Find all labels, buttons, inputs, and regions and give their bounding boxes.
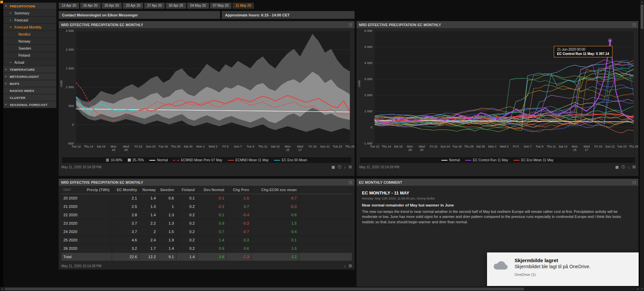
sidebar-item-meteorologist[interactable]: ▸METEOROLOGIST — [3, 73, 56, 80]
chart-icon[interactable]: ▦ — [615, 165, 619, 169]
vertical-scrollbar[interactable]: ▴ ▾ — [640, 0, 644, 291]
table-row-22-2020: 22 20202.81.41.30.20.1-0.40.6 — [61, 211, 352, 219]
notification-app: OneDrive (1) — [515, 273, 590, 277]
legend-item-10-90: 10-90% — [106, 158, 122, 162]
sidebar-item-maps[interactable]: ▸MAPS — [3, 80, 56, 87]
app-logo[interactable] — [0, 1, 3, 3]
svg-text:20: 20 — [420, 148, 423, 152]
svg-text:Sun 21: Sun 21 — [605, 145, 615, 148]
legend-item-25-75: 25-75% — [128, 158, 144, 162]
svg-text:Tue 12: Tue 12 — [370, 145, 379, 148]
sidebar-item-sweden[interactable]: Sweden — [3, 45, 56, 52]
cell-chg-prev: -1.5 — [226, 194, 251, 202]
sidebar-item-precipitation[interactable]: ▾PRECIPITATION — [3, 3, 56, 10]
cell-dev-normal: 1.4 — [197, 236, 226, 244]
date-tab-11-may-20[interactable]: 11 May 20 — [232, 3, 254, 9]
excel-icon[interactable]: ☒ — [348, 264, 352, 268]
excel-icon[interactable]: ☒ — [348, 165, 352, 169]
chart-icon[interactable]: ▦ — [331, 165, 335, 169]
column-header-chg-ec00-ens-mean[interactable]: Chg EC00 ens mean — [251, 186, 299, 194]
cell-chg-ec00-ens-mean: 0.1 — [251, 236, 299, 244]
legend-swatch — [441, 160, 447, 161]
svg-text:Thu 28: Thu 28 — [171, 145, 180, 148]
legend-item-ecmnd-mean-11-may: ECMND Mean 11 May — [228, 158, 269, 162]
date-tab-bar: 13 Apr 2016 Apr 2020 Apr 2023 Apr 2027 A… — [59, 3, 254, 9]
column-header-sweden[interactable]: Sweden — [158, 186, 176, 194]
precip-table: CESTPrecip (TWh)EC MonthlyNorwaySwedenFi… — [61, 186, 352, 261]
horizontal-scrollbar[interactable]: ◂ ▸ — [0, 287, 640, 291]
sidebar-item-nao-ao-index[interactable]: NAO/AO INDEX — [3, 87, 56, 94]
cell-chg-ec00-ens-mean: 1.5 — [251, 219, 299, 228]
onedrive-notification[interactable]: Skjermbilde lagret Skjermbildet ble lagt… — [487, 252, 639, 286]
fan-chart[interactable]: 2 5002 0001 5001 0005000-500Tue 12Thu 14… — [59, 28, 355, 157]
column-header-finland[interactable]: Finland — [176, 186, 197, 194]
sidebar-item-actual[interactable]: ▸Actual — [3, 59, 56, 66]
date-tab-30-apr-20[interactable]: 30 Apr 20 — [166, 3, 186, 9]
caret-right-icon: ▸ — [10, 12, 14, 14]
svg-text:Thu 25: Thu 25 — [345, 145, 355, 148]
onedrive-cloud-icon — [493, 260, 509, 272]
date-tab-23-apr-20[interactable]: 23 Apr 20 — [123, 3, 143, 9]
svg-text:Thu 11: Thu 11 — [258, 145, 267, 148]
date-tab-27-apr-20[interactable]: 27 Apr 20 — [144, 3, 165, 9]
download-icon[interactable]: ↓ — [344, 165, 346, 169]
panel-header: NRD EFFECTIVE PRECIPITATION EC MONTHLY ◳ — [59, 21, 355, 28]
date-tab-07-may-20[interactable]: 07 May 20 — [210, 3, 232, 9]
scroll-down-icon[interactable]: ▾ — [640, 287, 644, 291]
sidebar-item-nordics[interactable]: Nordics — [3, 31, 56, 38]
legend-swatch — [128, 159, 131, 162]
sidebar-item-forecast[interactable]: ▸Forecast — [3, 17, 56, 24]
info-icon[interactable]: ⓘ — [622, 165, 625, 169]
column-header-filler — [299, 186, 352, 194]
sidebar-item-seasonal-forecast[interactable]: ▸SEASONAL FORECAST — [3, 101, 56, 108]
date-tab-20-apr-20[interactable]: 20 Apr 20 — [102, 3, 122, 9]
column-header-ec-monthly[interactable]: EC Monthly — [112, 186, 139, 194]
sidebar-item-label: MAPS — [10, 82, 19, 85]
ensemble-chart[interactable]: 6 0005 0004 0003 0002 0001 0000-1 000Tue… — [357, 28, 638, 157]
svg-text:Fri 22: Fri 22 — [430, 145, 437, 148]
download-icon[interactable]: ↓ — [628, 165, 630, 169]
cell-filler — [299, 236, 352, 244]
horizontal-scroll-thumb[interactable] — [5, 288, 524, 290]
popout-icon[interactable]: ◳ — [633, 22, 636, 27]
info-icon[interactable]: ⓘ — [338, 165, 341, 169]
cell-sweden: 1.3 — [158, 211, 176, 219]
scroll-left-icon[interactable]: ◂ — [0, 287, 4, 291]
column-header-norway[interactable]: Norway — [139, 186, 158, 194]
download-icon[interactable]: ↓ — [344, 264, 346, 268]
hours-banner-text: Approximate hours: 6:15 - 14:00 CET — [225, 13, 290, 17]
scroll-right-icon[interactable]: ▸ — [636, 287, 640, 291]
cell-norway: 1.4 — [139, 194, 158, 202]
scroll-up-icon[interactable]: ▴ — [640, 0, 644, 4]
legend-item-normal: Normal — [441, 158, 460, 162]
date-tab-13-apr-20[interactable]: 13 Apr 20 — [59, 3, 79, 9]
precip-table-wrap: CESTPrecip (TWh)EC MonthlyNorwaySwedenFi… — [59, 186, 355, 261]
column-header-chg-prev[interactable]: Chg Prev — [226, 186, 251, 194]
popout-icon[interactable]: ◳ — [633, 180, 636, 184]
notification-body: Skjermbildet ble lagt til på OneDrive. — [515, 264, 590, 269]
svg-text:1 000: 1 000 — [364, 109, 372, 113]
fan-chart-canvas[interactable]: 2 5002 0001 5001 0005000-500Tue 12Thu 14… — [59, 28, 355, 157]
cell-finland: 0.2 — [176, 202, 197, 211]
column-header-dev-normal[interactable]: Dev Normal — [197, 186, 226, 194]
svg-text:18: 18 — [408, 148, 412, 152]
popout-icon[interactable]: ◳ — [349, 22, 352, 27]
date-tab-04-may-20[interactable]: 04 May 20 — [187, 3, 209, 9]
cell-sweden: 1.5 — [158, 228, 176, 236]
sidebar-item-finland[interactable]: Finland — [3, 52, 56, 59]
sidebar-item-cluster[interactable]: CLUSTER — [3, 94, 56, 101]
sidebar-item-summary[interactable]: ▸Summary — [3, 10, 56, 17]
legend-label: EC Ens Mean 11 May — [521, 158, 554, 162]
sidebar-item-norway[interactable]: Norway — [3, 38, 56, 45]
excel-icon[interactable]: ☒ — [632, 165, 636, 169]
legend-label: EC Control Run 11 May — [473, 158, 508, 162]
popout-icon[interactable]: ◳ — [349, 180, 352, 184]
date-tab-16-apr-20[interactable]: 16 Apr 20 — [80, 3, 101, 9]
vertical-scroll-thumb[interactable] — [641, 5, 643, 29]
sidebar-item-temperature[interactable]: ▸TEMPERATURE — [3, 66, 56, 73]
table-row-20-2020: 20 20202.11.40.60.1-0.1-1.5-0.7 — [61, 194, 352, 202]
table-row-24-2020: 24 20203.721.50.20.7-0.70.4 — [61, 228, 352, 236]
panel-title: EC MONTHLY COMMENT — [359, 180, 402, 184]
svg-text:3 000: 3 000 — [364, 77, 372, 81]
sidebar-item-forecast-monthly[interactable]: ▾Forecast Monthly — [3, 24, 56, 31]
